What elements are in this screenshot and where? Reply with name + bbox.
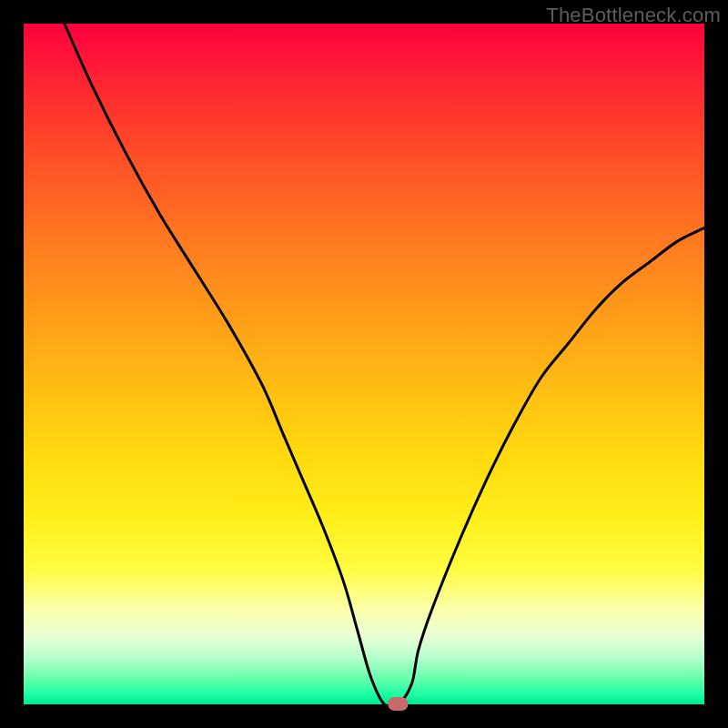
plot-area <box>24 24 704 704</box>
chart-container: TheBottleneck.com <box>0 0 728 728</box>
watermark-text: TheBottleneck.com <box>546 4 721 27</box>
